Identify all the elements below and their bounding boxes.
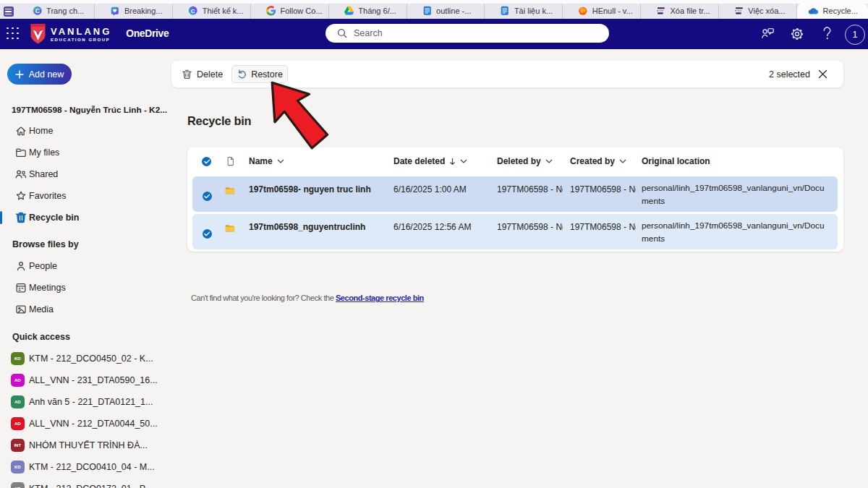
svg-text:C: C [191, 8, 195, 14]
svg-text:C: C [35, 7, 39, 14]
